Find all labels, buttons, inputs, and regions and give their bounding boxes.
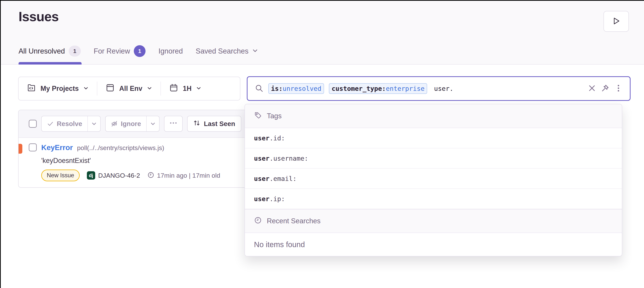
tab-count-badge: 1 xyxy=(134,45,146,57)
issue-title-link[interactable]: KeyError xyxy=(41,144,73,152)
project-filter-button[interactable]: My Projects xyxy=(18,77,97,100)
no-items-message: No items found xyxy=(245,233,622,256)
tag-suggestion-user-email[interactable]: user.email: xyxy=(245,168,622,189)
projects-folder-icon xyxy=(27,83,36,94)
tab-for-review[interactable]: For Review 1 xyxy=(94,45,146,64)
tag-key-prefix: user xyxy=(254,195,270,203)
issue-age-text: 17min ago | 17min old xyxy=(157,172,220,179)
token-key: is: xyxy=(271,85,282,92)
tag-key-suffix: .ip: xyxy=(270,195,285,203)
ignore-dropdown-button[interactable] xyxy=(147,116,159,131)
resolve-label: Resolve xyxy=(57,120,82,128)
kebab-menu-icon[interactable] xyxy=(614,84,622,93)
tab-count-badge: 1 xyxy=(69,46,81,56)
environment-filter-label: All Env xyxy=(119,84,142,92)
issue-message: 'keyDoesntExist' xyxy=(41,157,220,165)
tab-all-unresolved[interactable]: All Unresolved 1 xyxy=(18,45,82,64)
tag-key-prefix: user xyxy=(254,134,270,142)
tab-saved-searches[interactable]: Saved Searches xyxy=(196,45,259,64)
project-short-id: DJANGO-46-2 xyxy=(98,172,140,179)
filter-bar: My Projects All Env xyxy=(18,77,240,100)
tag-key-suffix: .username: xyxy=(270,154,308,162)
tag-key-suffix: .id: xyxy=(270,134,285,142)
tab-label: Ignored xyxy=(158,47,183,55)
issue-row: KeyError poll(../../sentry/scripts/views… xyxy=(18,138,247,181)
search-token-is-unresolved[interactable]: is:unresolved xyxy=(268,83,324,94)
more-actions-button[interactable] xyxy=(164,116,182,132)
search-bar[interactable]: is:unresolved customer_type:enterprise u… xyxy=(247,76,630,101)
resolve-split-button: Resolve xyxy=(41,116,101,132)
project-filter-label: My Projects xyxy=(40,84,79,92)
sort-button[interactable]: Last Seen xyxy=(187,116,241,132)
tab-bar: All Unresolved 1 For Review 1 Ignored Sa… xyxy=(18,45,259,64)
resolve-button[interactable]: Resolve xyxy=(42,116,88,131)
search-icon xyxy=(255,84,264,93)
tag-key-suffix: .email: xyxy=(270,175,296,182)
clock-icon xyxy=(254,216,262,226)
clock-icon xyxy=(147,172,154,180)
issue-times: 17min ago | 17min old xyxy=(147,172,220,180)
ignore-split-button: Ignore xyxy=(105,116,160,132)
sort-arrows-icon xyxy=(193,120,200,128)
resolve-dropdown-button[interactable] xyxy=(88,116,100,131)
environment-filter-button[interactable]: All Env xyxy=(97,77,160,100)
time-range-filter-button[interactable]: 1H xyxy=(161,77,210,100)
chevron-down-icon xyxy=(83,84,88,92)
screenshot-top-border xyxy=(0,0,644,1)
active-tab-underline xyxy=(18,62,82,64)
new-issue-badge: New Issue xyxy=(41,170,80,181)
tag-suggestion-user-id[interactable]: user.id: xyxy=(245,128,622,148)
tab-label: All Unresolved xyxy=(18,47,65,55)
chevron-down-icon xyxy=(147,84,152,92)
clear-search-icon[interactable] xyxy=(588,84,596,93)
play-button[interactable] xyxy=(604,11,629,32)
page-title: Issues xyxy=(18,9,59,24)
chevron-down-icon xyxy=(252,47,258,55)
tab-label: For Review xyxy=(94,47,130,55)
tag-suggestion-user-username[interactable]: user.username: xyxy=(245,148,622,168)
recent-searches-label: Recent Searches xyxy=(267,217,320,225)
token-key: customer_type: xyxy=(332,85,386,92)
tags-header-label: Tags xyxy=(267,112,282,120)
tab-ignored[interactable]: Ignored xyxy=(158,45,184,64)
pin-search-icon[interactable] xyxy=(601,84,609,93)
chevron-down-icon xyxy=(196,84,201,92)
project-info[interactable]: dj DJANGO-46-2 xyxy=(87,171,140,180)
tab-label: Saved Searches xyxy=(196,47,248,55)
search-dropdown-panel: Tags user.id: user.username: user.email:… xyxy=(244,104,622,256)
page-header: Issues All Unresolved 1 For Review 1 Ign… xyxy=(0,0,644,64)
tags-section-header: Tags xyxy=(245,104,622,128)
tag-suggestion-user-ip[interactable]: user.ip: xyxy=(245,189,622,209)
calendar-icon xyxy=(169,83,178,94)
token-value: enterprise xyxy=(386,85,425,92)
tag-key-prefix: user xyxy=(254,175,270,182)
window-icon xyxy=(106,83,115,94)
play-icon xyxy=(612,16,621,26)
ellipsis-icon xyxy=(169,119,178,129)
sort-label: Last Seen xyxy=(204,120,235,128)
token-value: unresolved xyxy=(282,85,321,92)
issues-toolbar: Resolve Ignore xyxy=(18,110,247,138)
issue-checkbox[interactable] xyxy=(29,144,37,152)
recent-searches-header: Recent Searches xyxy=(245,209,622,233)
error-level-indicator xyxy=(18,144,22,154)
django-project-icon: dj xyxy=(87,171,95,180)
tag-key-prefix: user xyxy=(254,154,270,162)
search-input-text[interactable]: user. xyxy=(434,85,453,92)
time-range-label: 1H xyxy=(183,84,192,92)
tag-icon xyxy=(254,111,262,121)
select-all-checkbox[interactable] xyxy=(29,120,37,128)
ignore-label: Ignore xyxy=(121,120,141,128)
search-token-customer-type[interactable]: customer_type:enterprise xyxy=(329,83,427,94)
issues-card: Resolve Ignore xyxy=(18,110,248,188)
issue-culprit: poll(../../sentry/scripts/views.js) xyxy=(77,144,164,152)
screenshot-left-border xyxy=(0,0,1,288)
ignore-button[interactable]: Ignore xyxy=(106,116,146,131)
